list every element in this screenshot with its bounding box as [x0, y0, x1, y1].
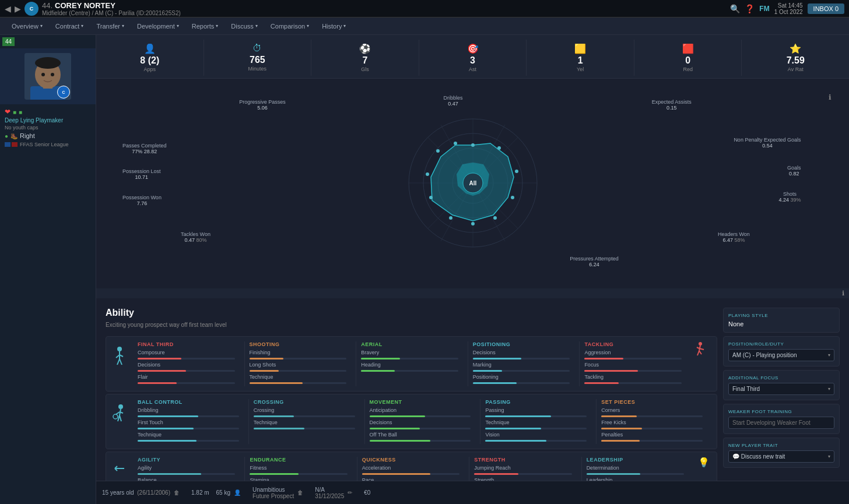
- col-header-shooting: SHOOTING: [250, 341, 352, 347]
- focus-dropdown[interactable]: Final Third ▾: [728, 383, 834, 395]
- contract-icon[interactable]: ✏: [348, 489, 352, 496]
- tackle-svg: [696, 341, 710, 359]
- chevron-down-icon: ▾: [343, 23, 346, 29]
- chevron-down-icon: ▾: [122, 23, 124, 29]
- nav-history[interactable]: History ▾: [316, 20, 352, 32]
- chevron-down-icon: ▾: [307, 23, 309, 29]
- foot-color-icon: ●: [5, 133, 8, 139]
- stat-red: 🟥 0 Red: [634, 40, 742, 76]
- inbox-button[interactable]: INBOX 0: [808, 3, 844, 14]
- col-header-agility: AGILITY: [138, 457, 240, 463]
- radar-info-icon[interactable]: ℹ: [829, 93, 832, 101]
- additional-focus-panel: ADDITIONAL FOCUS Final Third ▾: [723, 370, 840, 400]
- foot-icon: 🥾: [10, 133, 17, 139]
- svg-point-32: [454, 142, 457, 145]
- player-number: 44.: [42, 1, 52, 10]
- nav-discuss[interactable]: Discuss ▾: [225, 20, 264, 32]
- assists-label: Ast: [422, 66, 524, 72]
- col-header-tackling: TACKLING: [584, 341, 686, 347]
- apps-label: Apps: [99, 66, 201, 72]
- search-icon[interactable]: 🔍: [730, 4, 740, 13]
- svg-line-38: [120, 359, 122, 365]
- weaker-foot-panel: WEAKER FOOT TRAINING: [723, 404, 840, 434]
- svg-point-29: [429, 196, 433, 199]
- svg-point-45: [118, 404, 123, 409]
- flag-icon-2: [12, 142, 17, 147]
- skill-dribbling: Dribbling: [138, 407, 244, 420]
- radar-label-goals: Goals 0.82: [787, 165, 801, 177]
- chevron-down-icon: ▾: [40, 23, 43, 29]
- morale-icon-2: ■: [19, 109, 22, 115]
- value-display: €0: [364, 489, 370, 496]
- skill-composure: Composure: [138, 350, 240, 362]
- nav-comparison[interactable]: Comparison ▾: [265, 20, 315, 32]
- nav-development[interactable]: Development ▾: [131, 20, 185, 32]
- forward-button[interactable]: ▶: [15, 4, 21, 13]
- skill-acceleration: Acceleration: [362, 465, 464, 477]
- apps-icon: 👤: [99, 43, 201, 54]
- svg-point-5: [41, 73, 45, 76]
- position-dropdown-value: AM (C) - Playing position: [732, 352, 797, 358]
- radar-label-pressures: Pressures Attempted 6.24: [570, 256, 619, 267]
- speed-icon: [113, 461, 127, 475]
- nav-bar: Overview ▾ Contract ▾ Transfer ▾ Develop…: [0, 17, 849, 35]
- skill-bravery: Bravery: [361, 350, 463, 362]
- nav-transfer[interactable]: Transfer ▾: [90, 20, 130, 32]
- skill-aggression: Aggression: [584, 350, 686, 362]
- nav-reports[interactable]: Reports ▾: [186, 20, 224, 32]
- skill-determination: Determination: [587, 465, 689, 477]
- back-button[interactable]: ◀: [5, 4, 11, 13]
- player-dribble-icon: [113, 404, 127, 425]
- assists-icon: 🎯: [422, 43, 524, 54]
- skill-anticipation: Anticipation: [370, 407, 476, 420]
- col-header-movement: MOVEMENT: [370, 399, 476, 405]
- svg-point-27: [471, 222, 475, 225]
- radar-label-passes: Passes Completed 77% 28.82: [122, 143, 167, 154]
- skill-vision: Vision: [485, 432, 591, 444]
- stat-goals: ⚽ 7 Gls: [311, 40, 419, 76]
- radar-label-tackles: Tackles Won 0.47 80%: [181, 231, 211, 243]
- nav-overview[interactable]: Overview ▾: [6, 20, 48, 32]
- skill-technique-bc: Technique: [138, 432, 244, 444]
- right-content: 👤 8 (2) Apps ⏱ 765 Minutes ⚽ 7 Gls 🎯 3: [96, 35, 849, 504]
- morale-icon-1: ■: [13, 109, 16, 115]
- lightbulb-icon: 💡: [698, 457, 712, 468]
- height-icon[interactable]: 👤: [234, 489, 241, 496]
- ability-title: Ability: [106, 308, 717, 318]
- help-icon[interactable]: ❓: [745, 4, 755, 13]
- club-badge: C: [57, 86, 70, 98]
- position-dropdown[interactable]: AM (C) - Playing position ▾: [728, 349, 834, 361]
- personality-icon[interactable]: 🗑: [297, 489, 303, 496]
- flag-icon-1: [5, 142, 10, 147]
- svg-point-39: [699, 342, 702, 346]
- svg-line-50: [120, 415, 121, 421]
- info-icon-2[interactable]: ℹ: [842, 290, 844, 297]
- age-icon[interactable]: 🗑: [174, 489, 180, 496]
- nav-contract[interactable]: Contract ▾: [50, 20, 90, 32]
- stat-apps: 👤 8 (2) Apps: [96, 40, 204, 76]
- yellow-label: Yel: [529, 66, 632, 72]
- red-icon: 🟥: [637, 43, 739, 54]
- col-positioning: POSITIONING Decisions Marking: [468, 341, 580, 386]
- inbox-label: INBOX: [813, 5, 833, 12]
- col-header-ball-control: BALL CONTROL: [138, 399, 244, 405]
- focus-dropdown-arrow: ▾: [828, 386, 830, 392]
- league-name: FFAS Senior League: [20, 142, 69, 147]
- radar-info-bar: ℹ: [96, 288, 849, 298]
- weaker-foot-input[interactable]: [728, 417, 834, 429]
- red-value: 0: [637, 55, 739, 66]
- skill-flair: Flair: [138, 374, 240, 386]
- rating-value: 7.59: [744, 55, 847, 66]
- left-sidebar: 44: [0, 35, 96, 504]
- skill-decisions-mov: Decisions: [370, 420, 476, 432]
- skill-tackling: Tackling: [584, 374, 686, 386]
- ability-icon-1: [111, 341, 128, 367]
- new-trait-dropdown[interactable]: 💬 Discuss new trait ▾: [728, 450, 834, 463]
- time-block: Sat 14:45 1 Oct 2022: [774, 2, 803, 15]
- svg-line-37: [117, 359, 120, 365]
- time-display: Sat 14:45: [774, 2, 803, 9]
- new-trait-panel: NEW PLAYER TRAIT 💬 Discuss new trait ▾: [723, 438, 840, 468]
- player-card: C: [0, 48, 96, 104]
- age-years: 15 years old: [102, 489, 134, 496]
- col-header-quickness: QUICKNESS: [362, 457, 464, 463]
